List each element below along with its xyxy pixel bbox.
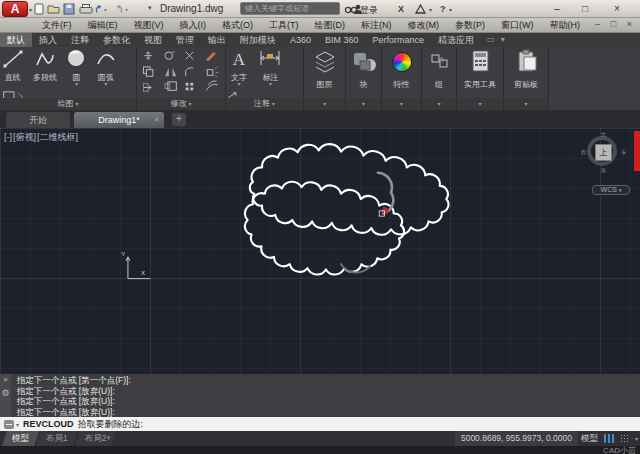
layout-tab-1[interactable]: 布局1 [36,431,78,446]
viewcube-top-face[interactable]: 上 [595,144,612,161]
panel-utilities[interactable]: 实用工具 ▾ [457,47,504,110]
block-panel-expand[interactable]: ▾ [346,98,381,110]
command-customize-icon[interactable]: ⚙ [0,386,11,400]
menu-item-8[interactable]: 修改(M) [400,18,448,32]
new-file-icon[interactable] [35,4,43,14]
redo-icon[interactable] [117,5,129,13]
draw-panel-label[interactable]: 绘图 ▾ [0,98,136,110]
command-close-icon[interactable]: × [0,374,11,386]
annotation-panel-label[interactable]: 注释 ▾ [226,98,303,110]
menu-item-0[interactable]: 文件(F) [34,18,80,32]
panel-layers[interactable]: 图层 ▾ [304,47,346,110]
qat-customize-icon[interactable]: ▾ [148,4,152,12]
maximize-button[interactable]: □ [574,1,596,16]
menu-item-4[interactable]: 格式(O) [214,18,261,32]
command-input-line[interactable]: ▾ REVCLOUD 拾取要删除的边: [0,417,640,431]
ribbon-tab-bar: 默认插入注释参数化视图管理输出附加模块A360BIM 360Performanc… [0,33,640,47]
snap-mode-icon[interactable] [604,434,614,443]
panel-properties[interactable]: 特性 ▾ [382,47,422,110]
annotation-panel-expand-icon[interactable]: ▾ [272,101,275,107]
new-drawing-tab-button[interactable]: + [172,113,186,126]
close-button[interactable]: × [606,1,628,16]
move-icon [144,52,152,60]
quick-access-toolbar[interactable] [34,2,146,16]
save-icon[interactable] [64,4,74,14]
dimension-tool[interactable]: 标注 ▾ [256,47,284,87]
plot-icon[interactable] [80,5,92,14]
menubar: 文件(F)编辑(E)视图(V)插入(I)格式(O)工具(T)绘图(D)标注(N)… [0,18,640,33]
grid-display-icon[interactable] [620,434,629,443]
drawing-area[interactable]: [-][俯视][二维线框] Y X 北 南 西 东 上 WCS ▾ [0,128,640,374]
ribbon-collapse-icon[interactable]: ▾ [495,33,505,47]
a360-dropdown-icon[interactable]: ▾ [429,2,432,16]
search-input[interactable] [240,2,340,15]
ribbon-tab-9[interactable]: BIM 360 [318,33,366,47]
ribbon-tab-4[interactable]: 视图 [137,33,169,47]
ribbon-state-icon[interactable]: ▭ [481,33,495,47]
exchange-apps-icon[interactable]: X [398,2,404,16]
panel-block[interactable]: 块 ▾ [346,47,382,110]
help-dropdown-icon[interactable]: ▾ [449,2,452,16]
menu-item-7[interactable]: 标注(N) [353,18,400,32]
ribbon-tab-6[interactable]: 输出 [201,33,233,47]
ribbon-tab-1[interactable]: 插入 [32,33,64,47]
modify-panel-label[interactable]: 修改 ▾ [137,98,225,110]
command-dropdown-icon[interactable]: ▾ [16,421,19,428]
circle-tool[interactable]: 圆 ▾ [65,47,88,87]
arc-tool[interactable]: 圆弧 ▾ [92,47,119,87]
ribbon-tab-7[interactable]: 附加模块 [233,33,283,47]
menu-item-6[interactable]: 绘图(D) [307,18,354,32]
ribbon-tab-11[interactable]: 精选应用 [431,33,481,47]
command-recent-icon[interactable] [4,420,14,429]
circle-flyout-icon[interactable]: ▾ [65,82,88,87]
draw-panel-expand-icon[interactable]: ▾ [76,101,79,107]
modify-panel-expand-icon[interactable]: ▾ [189,101,192,107]
help-icon[interactable]: ? [440,2,446,16]
panel-group[interactable]: 组 ▾ [422,47,457,110]
modify-panel-icons[interactable] [137,47,223,95]
clipboard-panel-expand[interactable]: ▾ [504,98,548,110]
file-tab-start[interactable]: 开始 [6,112,70,128]
polyline-tool[interactable]: 多段线 [29,47,60,82]
application-menu-button[interactable]: A [2,1,28,17]
ribbon-tab-2[interactable]: 注释 [64,33,96,47]
line-tool[interactable]: 直线 [0,47,25,82]
ribbon-tab-3[interactable]: 参数化 [96,33,137,47]
a360-icon[interactable] [414,2,427,16]
menu-item-11[interactable]: 帮助(H) [542,18,589,32]
minimize-button[interactable]: – [546,1,568,16]
menu-item-9[interactable]: 参数(P) [447,18,493,32]
file-tab-close-icon[interactable]: × [154,112,159,128]
ribbon-tab-0[interactable]: 默认 [0,33,32,47]
layout-tab-0[interactable]: 模型 [2,431,39,446]
menu-item-10[interactable]: 窗口(W) [493,18,542,32]
dimension-flyout-icon[interactable]: ▾ [256,82,284,87]
properties-panel-expand[interactable]: ▾ [382,98,421,110]
arc-flyout-icon[interactable]: ▾ [92,82,119,87]
file-tab-drawing1[interactable]: Drawing1* × [74,112,164,128]
layers-panel-expand[interactable]: ▾ [304,98,345,110]
new-layout-button[interactable]: + [98,431,119,446]
wcs-menu[interactable]: WCS ▾ [592,185,630,195]
viewcube[interactable]: 北 南 西 东 上 [584,133,624,173]
panel-clipboard[interactable]: 剪贴板 ▾ [504,47,549,110]
utilities-panel-expand[interactable]: ▾ [457,98,503,110]
model-space-indicator[interactable]: 模型 [581,431,598,446]
revcloud-canvas: Y X [0,128,640,374]
signin-button[interactable]: 登录 [360,4,378,17]
text-tool[interactable]: A 文字 ▾ [226,47,252,87]
ribbon-tab-10[interactable]: Performance [366,33,432,47]
open-folder-icon[interactable] [48,6,59,13]
menu-item-1[interactable]: 编辑(E) [80,18,126,32]
group-panel-expand[interactable]: ▾ [422,98,456,110]
revcloud-highlight-edge[interactable] [378,173,393,214]
application-menu-caret-icon[interactable]: ▾ [29,6,32,13]
undo-icon[interactable] [96,5,107,13]
menu-item-3[interactable]: 插入(I) [172,18,215,32]
ribbon-tab-8[interactable]: A360 [283,33,318,47]
ribbon-tab-5[interactable]: 管理 [169,33,201,47]
statusbar-customize-icon[interactable]: ▾ [635,435,638,442]
menu-item-5[interactable]: 工具(T) [261,18,307,32]
document-window-controls[interactable]: – □ × [595,19,636,29]
menu-item-2[interactable]: 视图(V) [126,18,172,32]
